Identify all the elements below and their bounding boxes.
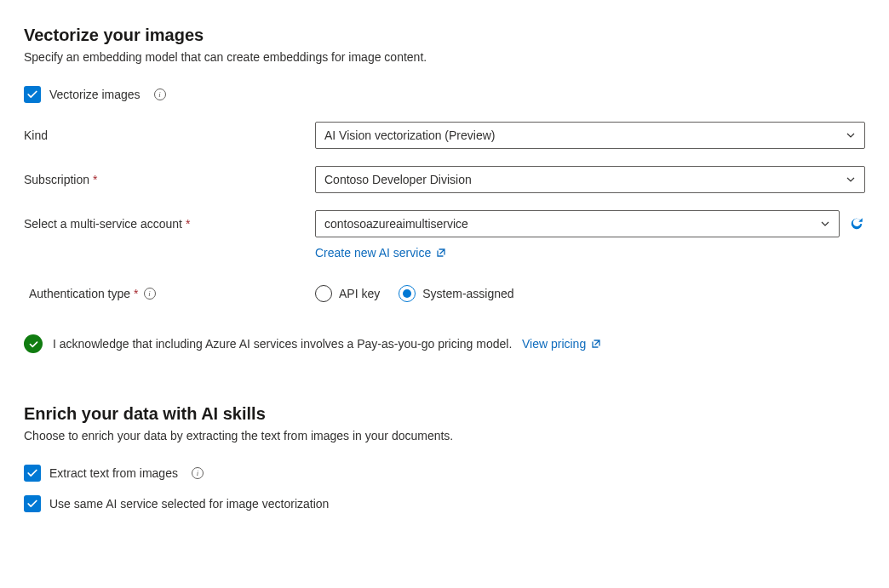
- view-pricing-link[interactable]: View pricing: [522, 337, 601, 351]
- external-link-icon: [436, 248, 446, 258]
- checkmark-icon: [26, 467, 38, 479]
- section-title: Vectorize your images: [24, 26, 865, 45]
- kind-select[interactable]: AI Vision vectorization (Preview): [315, 122, 865, 149]
- vectorize-images-label: Vectorize images: [49, 88, 141, 101]
- section-enrich-data: Enrich your data with AI skills Choose t…: [24, 404, 865, 512]
- chevron-down-icon: [820, 219, 830, 229]
- section-title: Enrich your data with AI skills: [24, 404, 865, 424]
- kind-select-value: AI Vision vectorization (Preview): [324, 128, 495, 142]
- subscription-label: Subscription*: [24, 166, 315, 186]
- multiservice-select[interactable]: contosoazureaimultiservice: [315, 210, 840, 237]
- extract-text-label: Extract text from images: [49, 466, 178, 480]
- multiservice-select-value: contosoazureaimultiservice: [324, 217, 468, 231]
- create-ai-service-link[interactable]: Create new AI service: [315, 246, 865, 260]
- auth-system-label: System-assigned: [422, 287, 513, 300]
- acknowledgement-row: I acknowledge that including Azure AI se…: [24, 334, 865, 353]
- multiservice-label: Select a multi-service account*: [24, 210, 315, 231]
- external-link-icon: [591, 339, 601, 349]
- section-subtitle: Choose to enrich your data by extracting…: [24, 429, 865, 442]
- info-icon[interactable]: i: [144, 288, 156, 300]
- info-icon[interactable]: i: [192, 467, 204, 479]
- reuse-ai-service-label: Use same AI service selected for image v…: [49, 497, 329, 511]
- vectorize-images-checkbox[interactable]: [24, 86, 41, 103]
- auth-apikey-label: API key: [339, 287, 380, 300]
- extract-text-checkbox[interactable]: [24, 465, 41, 482]
- radio-selected-icon: [399, 285, 416, 302]
- chevron-down-icon: [846, 174, 856, 185]
- refresh-icon: [849, 216, 864, 231]
- subscription-select[interactable]: Contoso Developer Division: [315, 166, 865, 193]
- auth-radio-system-assigned[interactable]: System-assigned: [399, 285, 513, 302]
- checkmark-icon: [26, 88, 38, 100]
- section-subtitle: Specify an embedding model that can crea…: [24, 50, 865, 64]
- refresh-button[interactable]: [848, 215, 865, 232]
- chevron-down-icon: [846, 130, 856, 140]
- auth-type-label: Authentication type* i: [24, 280, 315, 300]
- kind-label: Kind: [24, 122, 315, 142]
- info-icon[interactable]: i: [154, 88, 166, 100]
- radio-icon: [315, 285, 332, 302]
- reuse-ai-service-checkbox[interactable]: [24, 495, 41, 512]
- ack-text: I acknowledge that including Azure AI se…: [53, 337, 512, 351]
- ack-checkmark-icon: [24, 334, 43, 353]
- subscription-select-value: Contoso Developer Division: [324, 173, 472, 186]
- section-vectorize-images: Vectorize your images Specify an embeddi…: [24, 26, 865, 353]
- checkmark-icon: [26, 498, 38, 510]
- auth-radio-apikey[interactable]: API key: [315, 285, 380, 302]
